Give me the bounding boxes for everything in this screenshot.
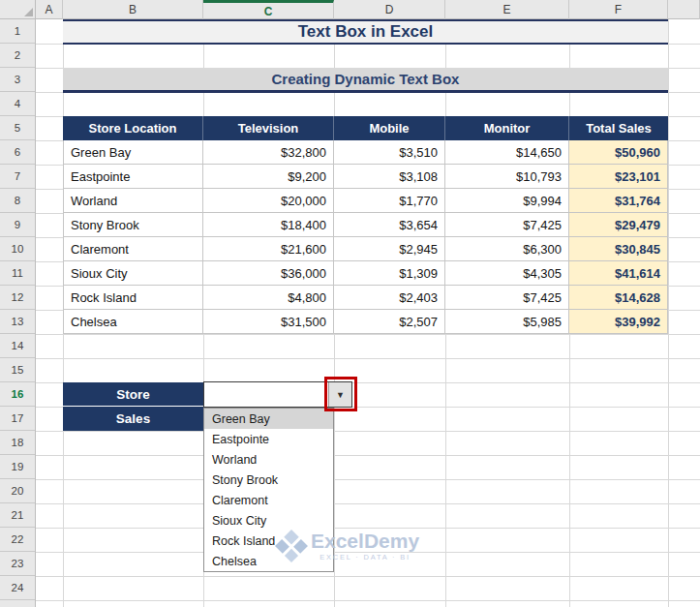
cell-store[interactable]: Chelsea — [63, 310, 203, 334]
watermark-tagline: EXCEL · DATA · BI — [311, 553, 419, 561]
row-header-2[interactable]: 2 — [0, 44, 35, 68]
cell-monitor[interactable]: $10,793 — [445, 165, 569, 189]
column-header-E[interactable]: E — [445, 0, 569, 19]
cell-total[interactable]: $29,479 — [569, 213, 668, 237]
table-row: Claremont$21,600$2,945$6,300$30,845 — [63, 237, 668, 261]
cell-mobile[interactable]: $2,403 — [334, 286, 445, 310]
dropdown-item[interactable]: Sioux City — [204, 510, 333, 531]
combobox-value[interactable] — [204, 382, 328, 407]
title-banner[interactable]: Text Box in Excel — [63, 19, 668, 45]
row-header-13[interactable]: 13 — [0, 310, 35, 334]
cell-total[interactable]: $14,628 — [569, 286, 668, 310]
table-header-cell[interactable]: Mobile — [334, 116, 445, 140]
cell-mobile[interactable]: $2,507 — [334, 310, 445, 334]
cell-mobile[interactable]: $3,108 — [334, 165, 445, 189]
store-label-cell[interactable]: Store — [63, 382, 203, 407]
row-header-19[interactable]: 19 — [0, 455, 35, 479]
gridline — [36, 479, 700, 480]
watermark-name: ExcelDemy — [311, 531, 419, 551]
table-header-cell[interactable]: Store Location — [63, 116, 203, 140]
row-header-6[interactable]: 6 — [0, 140, 35, 165]
gridline — [36, 576, 700, 577]
cell-television[interactable]: $18,400 — [203, 213, 334, 237]
row-header-15[interactable]: 15 — [0, 358, 35, 382]
row-header-18[interactable]: 18 — [0, 431, 35, 455]
cell-store[interactable]: Eastpointe — [63, 165, 203, 189]
row-header-3[interactable]: 3 — [0, 68, 35, 92]
cell-total[interactable]: $23,101 — [569, 165, 668, 189]
row-header-11[interactable]: 11 — [0, 261, 35, 286]
sales-label-cell[interactable]: Sales — [63, 407, 203, 431]
cell-total[interactable]: $30,845 — [569, 237, 668, 261]
cell-television[interactable]: $4,800 — [203, 286, 334, 310]
column-header-B[interactable]: B — [63, 0, 203, 19]
row-header-4[interactable]: 4 — [0, 92, 35, 116]
cell-store[interactable]: Green Bay — [63, 140, 203, 165]
table-row: Sioux City$36,000$1,309$4,305$41,614 — [63, 261, 668, 286]
row-header-20[interactable]: 20 — [0, 479, 35, 503]
table-header-cell[interactable]: Total Sales — [569, 116, 668, 140]
row-header-5[interactable]: 5 — [0, 116, 35, 140]
cell-mobile[interactable]: $1,770 — [334, 189, 445, 213]
row-header-8[interactable]: 8 — [0, 189, 35, 213]
row-header-10[interactable]: 10 — [0, 237, 35, 261]
gridline — [668, 19, 669, 607]
row-header-17[interactable]: 17 — [0, 407, 35, 431]
table-row: Green Bay$32,800$3,510$14,650$50,960 — [63, 140, 668, 165]
cell-television[interactable]: $9,200 — [203, 165, 334, 189]
cell-monitor[interactable]: $14,650 — [445, 140, 569, 165]
cell-store[interactable]: Stony Brook — [63, 213, 203, 237]
cell-monitor[interactable]: $7,425 — [445, 213, 569, 237]
cell-store[interactable]: Worland — [63, 189, 203, 213]
dropdown-item[interactable]: Worland — [204, 449, 333, 470]
cell-store[interactable]: Sioux City — [63, 261, 203, 286]
subtitle-banner[interactable]: Creating Dynamic Text Box — [63, 68, 668, 93]
select-all-corner[interactable] — [0, 0, 36, 19]
cell-mobile[interactable]: $3,654 — [334, 213, 445, 237]
cell-total[interactable]: $41,614 — [569, 261, 668, 286]
dropdown-item[interactable]: Green Bay — [204, 409, 333, 429]
row-header-14[interactable]: 14 — [0, 334, 35, 358]
cell-monitor[interactable]: $9,994 — [445, 189, 569, 213]
table-header-cell[interactable]: Television — [203, 116, 334, 140]
cell-store[interactable]: Rock Island — [63, 286, 203, 310]
row-header-16[interactable]: 16 — [0, 382, 35, 407]
row-header-24[interactable]: 24 — [0, 576, 35, 600]
cell-monitor[interactable]: $5,985 — [445, 310, 569, 334]
gridline — [36, 503, 700, 504]
cell-television[interactable]: $31,500 — [203, 310, 334, 334]
cell-mobile[interactable]: $3,510 — [334, 140, 445, 165]
row-header-9[interactable]: 9 — [0, 213, 35, 237]
column-header-F[interactable]: F — [569, 0, 668, 19]
table-row: Eastpointe$9,200$3,108$10,793$23,101 — [63, 165, 668, 189]
row-header-23[interactable]: 23 — [0, 552, 35, 576]
row-header-21[interactable]: 21 — [0, 503, 35, 528]
cell-monitor[interactable]: $4,305 — [445, 261, 569, 286]
cell-television[interactable]: $20,000 — [203, 189, 334, 213]
dropdown-item[interactable]: Stony Brook — [204, 470, 333, 490]
column-header-C[interactable]: C — [203, 0, 334, 19]
table-header-cell[interactable]: Monitor — [445, 116, 569, 140]
cell-total[interactable]: $39,992 — [569, 310, 668, 334]
cell-total[interactable]: $31,764 — [569, 189, 668, 213]
dropdown-item[interactable]: Claremont — [204, 490, 333, 510]
row-header-1[interactable]: 1 — [0, 19, 35, 44]
column-header-D[interactable]: D — [334, 0, 445, 19]
cell-store[interactable]: Claremont — [63, 237, 203, 261]
row-header-22[interactable]: 22 — [0, 528, 35, 552]
row-header-12[interactable]: 12 — [0, 286, 35, 310]
cell-total[interactable]: $50,960 — [569, 140, 668, 165]
column-headers: ABCDEF — [36, 0, 700, 19]
row-header-7[interactable]: 7 — [0, 165, 35, 189]
cell-mobile[interactable]: $1,309 — [334, 261, 445, 286]
excel-window: ABCDEF 123456789101112131415161718192021… — [0, 0, 700, 607]
dropdown-item[interactable]: Eastpointe — [204, 429, 333, 449]
table-row: Chelsea$31,500$2,507$5,985$39,992 — [63, 310, 668, 334]
cell-monitor[interactable]: $6,300 — [445, 237, 569, 261]
column-header-A[interactable]: A — [36, 0, 63, 19]
cell-monitor[interactable]: $7,425 — [445, 286, 569, 310]
cell-television[interactable]: $21,600 — [203, 237, 334, 261]
cell-television[interactable]: $36,000 — [203, 261, 334, 286]
cell-television[interactable]: $32,800 — [203, 140, 334, 165]
cell-mobile[interactable]: $2,945 — [334, 237, 445, 261]
